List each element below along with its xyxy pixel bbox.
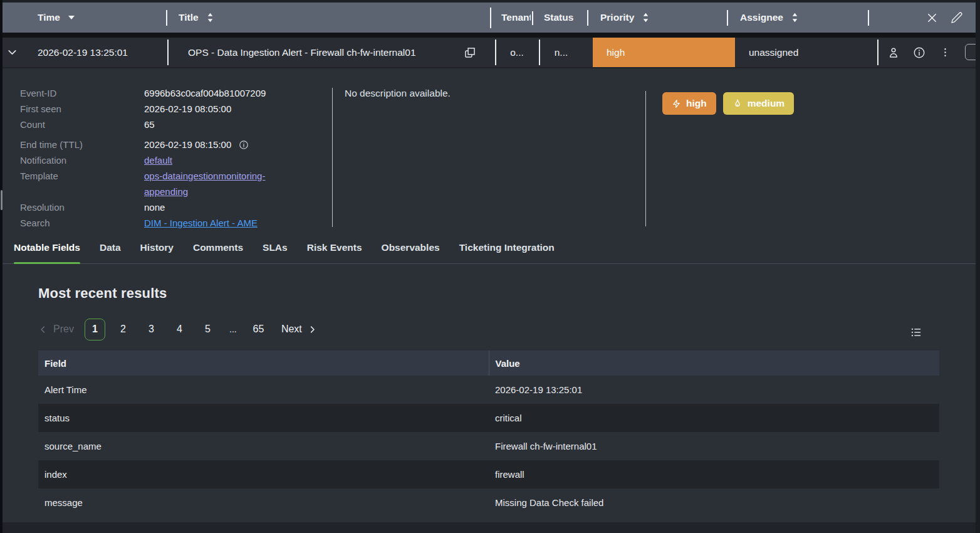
column-separator [727,10,728,26]
page-button-2[interactable]: 2 [109,324,137,335]
tab-observables[interactable]: Observables [382,232,440,263]
page-button-4[interactable]: 4 [165,324,194,335]
column-header-tenant[interactable]: Tenant [501,3,531,33]
prev-page-button[interactable]: Prev [38,324,74,335]
copy-title-button[interactable] [464,38,476,67]
tab-notable-fields[interactable]: Notable Fields [14,232,80,263]
page-button-1[interactable]: 1 [85,319,105,340]
close-filter-button[interactable] [925,3,939,33]
column-header-title-label: Title [179,12,199,23]
alert-priority-value: high [607,47,625,58]
value-cell: 2026-02-19 13:25:01 [489,376,939,404]
column-header-status-label: Status [544,12,573,23]
assign-user-button[interactable] [887,38,900,67]
alert-priority-cell[interactable]: high [593,38,735,67]
detail-row-count: Count 65 [20,117,321,132]
edit-columns-button[interactable] [951,3,963,33]
chevron-left-icon [38,325,48,334]
alert-info-button[interactable] [913,38,925,67]
section-divider [645,91,646,226]
alert-list-header: Time Title Tenant Status Priority Assign… [0,3,980,33]
column-header-priority[interactable]: Priority [600,3,649,33]
tab-history[interactable]: History [140,232,174,263]
prev-page-label: Prev [53,324,74,335]
search-link[interactable]: DIM - Ingestion Alert - AME [144,218,258,228]
column-header-value: Value [489,351,939,376]
top-border [0,0,980,3]
page-button-3[interactable]: 3 [137,324,165,335]
table-row: Alert Time 2026-02-19 13:25:01 [38,376,939,404]
priority-badge-high[interactable]: high [662,92,716,115]
alert-title-cell: OPS - Data Ingestion Alert - Firewall ch… [188,38,416,67]
tab-comments[interactable]: Comments [193,232,243,263]
tab-risk-events[interactable]: Risk Events [307,232,362,263]
next-page-button[interactable]: Next [281,324,317,335]
right-border [976,0,980,533]
field-cell: index [38,460,489,488]
column-separator [868,10,869,26]
end-time-value: 2026-02-19 08:15:00 [144,137,249,152]
copy-icon [464,46,476,59]
column-header-priority-label: Priority [600,12,634,23]
value-cell: Missing Data Check failed [489,488,939,517]
tab-slas[interactable]: SLAs [263,232,288,263]
alert-status-cell: n... [544,38,578,67]
more-actions-button[interactable] [940,38,951,67]
table-row: index firewall [38,460,939,488]
collapse-alert-button[interactable] [6,38,19,67]
table-row: message Missing Data Check failed [38,488,939,517]
info-circle-icon [913,46,925,59]
notification-template-link-default[interactable]: default [144,155,172,166]
detail-label: End time (TTL) [20,137,144,152]
first-seen-value: 2026-02-19 08:05:00 [144,101,231,117]
bottom-border [0,522,980,533]
column-header-assignee-label: Assignee [740,12,783,23]
detail-label: Notification Template [20,152,144,199]
tab-data[interactable]: Data [100,232,121,263]
sort-updown-icon [642,12,649,23]
severity-badge-medium[interactable]: medium [723,92,794,115]
detail-label: Event-ID [20,85,144,101]
value-cell: firewall [489,460,939,488]
table-row: status critical [38,404,939,432]
column-resize-handle[interactable] [532,11,533,25]
flame-icon [732,98,743,108]
detail-row-first-seen: First seen 2026-02-19 08:05:00 [20,101,321,117]
page-button-5[interactable]: 5 [194,324,222,335]
alert-details-panel: Event-ID 6996b63c0caf004b81007209 First … [0,67,980,232]
column-header-tenant-label: Tenant [501,12,531,23]
column-header-title[interactable]: Title [179,3,214,33]
detail-label: First seen [20,101,144,117]
caret-down-icon [68,16,75,19]
kebab-menu-icon [940,47,951,58]
alert-tenant-cell: o... [501,38,533,67]
detail-row-resolution: Resolution none [20,199,321,215]
left-scrollbar-thumb[interactable] [1,190,3,210]
end-time-text: 2026-02-19 08:15:00 [144,139,231,150]
notable-fields-table: Field Value Alert Time 2026-02-19 13:25:… [38,351,939,517]
cell-separator [167,40,169,65]
column-header-time[interactable]: Time [38,3,75,33]
cell-separator [495,40,496,65]
person-icon [887,46,900,59]
chevron-right-icon [308,325,317,334]
search-value: DIM - Ingestion Alert - AME [144,215,258,231]
alert-row[interactable]: 2026-02-19 13:25:01 OPS - Data Ingestion… [0,38,980,67]
column-separator [490,8,491,28]
results-pagination: Prev 1 2 3 4 5 ... 65 Next [38,318,980,340]
info-circle-icon[interactable] [239,140,249,150]
notification-template-link-ops[interactable]: ops-dataingestionmonitoring-appending [144,171,265,197]
tab-ticketing-integration[interactable]: Ticketing Integration [459,232,555,263]
row-divider [0,33,980,38]
next-page-label: Next [281,324,302,335]
value-cell: critical [489,404,939,432]
page-button-65[interactable]: 65 [244,324,273,335]
detail-label: Resolution [20,199,144,215]
column-separator [587,10,588,26]
table-header-row: Field Value [38,351,939,376]
section-divider [332,88,333,227]
column-header-field: Field [38,351,489,376]
column-header-assignee[interactable]: Assignee [740,3,798,33]
column-header-status[interactable]: Status [544,3,573,33]
list-view-button[interactable] [910,326,922,339]
